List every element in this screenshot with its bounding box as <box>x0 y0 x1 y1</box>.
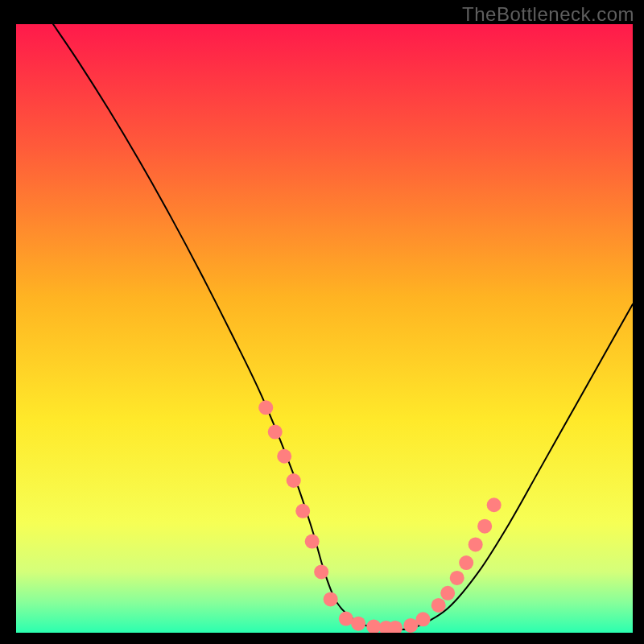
marker-dot <box>388 621 402 635</box>
marker-dot <box>477 519 492 534</box>
marker-dot <box>305 535 320 549</box>
marker-dot <box>268 425 283 440</box>
marker-dot <box>469 537 483 551</box>
marker-dot <box>440 586 455 601</box>
marker-dot <box>258 400 273 415</box>
marker-dot <box>416 612 431 626</box>
marker-dot <box>487 497 502 512</box>
marker-dot <box>324 592 338 606</box>
marker-dot <box>295 504 310 518</box>
marker-dot <box>459 555 473 570</box>
marker-dot <box>431 598 446 613</box>
marker-dot <box>277 449 291 464</box>
marker-dot <box>351 617 365 631</box>
marker-dot <box>450 571 464 585</box>
marker-dot <box>403 618 418 633</box>
watermark-text: TheBottleneck.com <box>462 3 634 26</box>
chart-stage: TheBottleneck.com <box>0 0 644 644</box>
marker-dot <box>366 619 381 634</box>
bottleneck-chart <box>0 0 644 644</box>
marker-dot <box>314 564 328 579</box>
marker-dot <box>339 612 353 626</box>
marker-dot <box>287 473 301 488</box>
plot-background <box>16 24 633 633</box>
